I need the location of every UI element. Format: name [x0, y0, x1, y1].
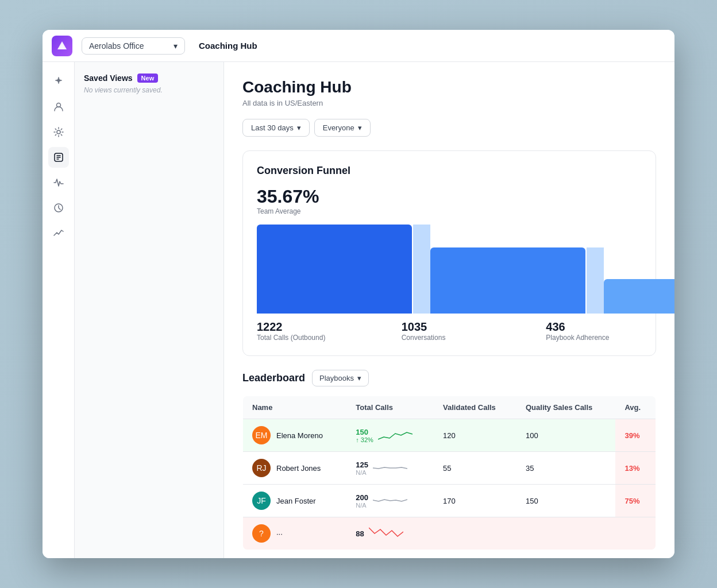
avg-pct: 75% — [625, 497, 639, 505]
date-filter-label: Last 30 days — [251, 123, 294, 132]
col-total-calls: Total Calls — [346, 396, 434, 419]
funnel-stat-3-value: 436 — [546, 320, 642, 334]
funnel-chart — [257, 225, 642, 314]
calls-info: 150 ↑ 32% — [356, 428, 373, 443]
main-layout: Saved Views New No views currently saved… — [43, 62, 674, 558]
app-logo — [52, 36, 72, 56]
sparkles-icon[interactable] — [48, 71, 69, 92]
cell-name: EM Elena Moreno — [243, 419, 347, 452]
page-subtitle: All data is in US/Eastern — [242, 99, 656, 107]
trend-indicator: ↑ 32% — [356, 436, 373, 443]
funnel-stat-2: 1035 Conversations — [402, 320, 546, 342]
cell-quality: 35 — [516, 452, 615, 485]
calls-cell: 150 ↑ 32% — [356, 427, 425, 444]
gear-icon[interactable] — [48, 122, 69, 142]
table-row: JF Jean Foster 200 N/A — [243, 485, 656, 517]
cell-total-calls: 200 N/A — [346, 485, 434, 517]
trend-indicator: N/A — [356, 469, 368, 476]
table-row: ? ··· 88 — [243, 517, 656, 550]
calls-info: 125 N/A — [356, 461, 368, 476]
workspace-label: Aerolabs Office — [89, 41, 144, 51]
new-badge: New — [137, 74, 159, 83]
funnel-bar-1-ghost — [413, 225, 430, 314]
chevron-down-icon: ▾ — [357, 374, 361, 382]
person-name: Robert Jones — [276, 464, 321, 473]
cell-validated: 120 — [434, 419, 516, 452]
sparkline-chart — [369, 525, 403, 542]
saved-views-title: Saved Views — [84, 74, 133, 83]
cell-name: RJ Robert Jones — [243, 452, 347, 485]
funnel-stat-3-label: Playbook Adherence — [546, 334, 642, 342]
col-validated: Validated Calls — [434, 396, 516, 419]
cell-total-calls: 88 — [346, 517, 434, 550]
svg-point-1 — [57, 130, 60, 134]
filters-row: Last 30 days ▾ Everyone ▾ — [242, 119, 656, 137]
playbooks-filter[interactable]: Playbooks ▾ — [312, 370, 369, 386]
cell-validated — [434, 517, 516, 550]
col-name: Name — [243, 396, 347, 419]
person-name: ··· — [276, 529, 283, 538]
app-window: Aerolabs Office ▾ Coaching Hub — [43, 30, 674, 558]
workspace-selector[interactable]: Aerolabs Office ▾ — [82, 37, 185, 55]
chevron-down-icon: ▾ — [358, 123, 362, 132]
calls-number: 150 — [356, 428, 373, 436]
funnel-stat-2-label: Conversations — [402, 334, 546, 342]
conversion-funnel-section: Conversion Funnel 35.67% Team Average — [242, 150, 656, 356]
cell-total-calls: 150 ↑ 32% — [346, 419, 434, 452]
cell-name: JF Jean Foster — [243, 485, 347, 517]
cell-avg: 13% — [615, 452, 656, 485]
calls-cell: 88 — [356, 525, 425, 542]
history-icon[interactable] — [48, 198, 69, 218]
funnel-stat-1-label: Total Calls (Outbound) — [257, 334, 402, 342]
page-title: Coaching Hub — [242, 78, 656, 96]
chevron-down-icon: ▾ — [174, 41, 178, 51]
leaderboard-section: Leaderboard Playbooks ▾ Name Total Calls… — [242, 370, 656, 550]
cell-validated: 55 — [434, 452, 516, 485]
content-area: Coaching Hub All data is in US/Eastern L… — [224, 62, 674, 558]
top-bar-title: Coaching Hub — [199, 41, 257, 51]
funnel-bar-1 — [257, 225, 412, 314]
calls-number: 125 — [356, 461, 368, 469]
avatar: JF — [252, 492, 271, 510]
audience-filter[interactable]: Everyone ▾ — [314, 119, 371, 137]
leaderboard-title: Leaderboard — [242, 372, 305, 384]
leaderboard-table: Name Total Calls Validated Calls Quality… — [242, 396, 656, 550]
funnel-bar-2 — [430, 247, 585, 314]
cell-name: ? ··· — [243, 517, 347, 550]
calls-cell: 200 N/A — [356, 492, 425, 509]
name-cell: ? ··· — [252, 524, 337, 543]
funnel-stat-2-value: 1035 — [402, 320, 546, 334]
calls-cell: 125 N/A — [356, 459, 425, 477]
funnel-bar-group-2 — [430, 225, 604, 314]
sparkline-chart — [378, 427, 413, 444]
cell-avg: 75% — [615, 485, 656, 517]
funnel-section-title: Conversion Funnel — [257, 165, 642, 177]
trend-indicator: N/A — [356, 502, 368, 509]
top-bar: Aerolabs Office ▾ Coaching Hub — [43, 30, 674, 62]
avatar: ? — [252, 524, 271, 543]
leaderboard-header: Leaderboard Playbooks ▾ — [242, 370, 656, 386]
coaching-icon[interactable] — [48, 147, 69, 168]
cell-quality: 100 — [516, 419, 615, 452]
table-header-row: Name Total Calls Validated Calls Quality… — [243, 396, 656, 419]
person-name: Elena Moreno — [276, 431, 323, 440]
saved-views-header: Saved Views New — [84, 74, 214, 83]
cell-quality: 150 — [516, 485, 615, 517]
funnel-stat-1: 1222 Total Calls (Outbound) — [257, 320, 402, 342]
date-filter[interactable]: Last 30 days ▾ — [242, 119, 310, 137]
sidebar-icons — [43, 62, 75, 558]
funnel-team-avg-label: Team Average — [257, 207, 642, 215]
person-icon[interactable] — [48, 96, 69, 117]
avg-pct: 13% — [625, 464, 639, 473]
name-cell: RJ Robert Jones — [252, 459, 337, 477]
cell-total-calls: 125 N/A — [346, 452, 434, 485]
funnel-team-avg-pct: 35.67% — [257, 186, 642, 207]
name-cell: JF Jean Foster — [252, 492, 337, 510]
activity-icon[interactable] — [48, 172, 69, 193]
sidebar-panel: Saved Views New No views currently saved… — [75, 62, 224, 558]
funnel-bar-group-3 — [604, 225, 674, 314]
calls-number: 88 — [356, 529, 364, 538]
trending-icon[interactable] — [48, 223, 69, 243]
col-avg: Avg. — [615, 396, 656, 419]
col-quality: Quality Sales Calls — [516, 396, 615, 419]
